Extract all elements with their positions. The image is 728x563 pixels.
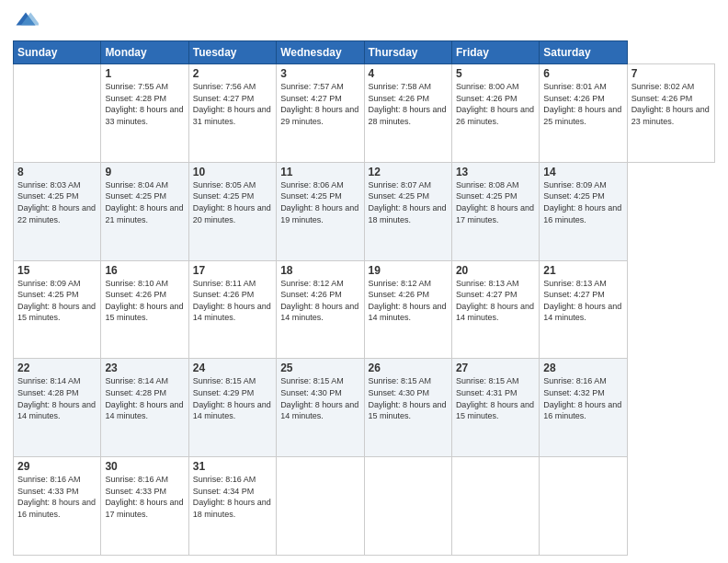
col-header-saturday: Saturday [540,41,627,64]
day-detail: Sunrise: 8:12 AMSunset: 4:26 PMDaylight:… [369,279,447,323]
day-cell-5: 5Sunrise: 8:00 AMSunset: 4:26 PMDaylight… [451,64,539,163]
day-detail: Sunrise: 8:13 AMSunset: 4:27 PMDaylight:… [543,279,621,323]
header [13,9,715,35]
day-number: 24 [193,362,272,374]
header-row: SundayMondayTuesdayWednesdayThursdayFrid… [14,41,715,64]
day-number: 10 [193,166,272,178]
logo-icon [13,9,39,35]
day-number: 20 [456,264,535,277]
col-header-friday: Friday [451,41,539,64]
day-cell-13: 13Sunrise: 8:08 AMSunset: 4:25 PMDayligh… [451,162,539,260]
day-cell-22: 22Sunrise: 8:14 AMSunset: 4:28 PMDayligh… [14,359,101,457]
day-number: 26 [369,362,448,374]
day-detail: Sunrise: 7:55 AMSunset: 4:28 PMDaylight:… [105,82,183,126]
day-detail: Sunrise: 8:05 AMSunset: 4:25 PMDaylight:… [193,180,271,224]
day-detail: Sunrise: 8:08 AMSunset: 4:25 PMDaylight:… [456,180,534,224]
col-header-monday: Monday [101,41,188,64]
day-number: 2 [193,67,272,80]
day-cell-12: 12Sunrise: 8:07 AMSunset: 4:25 PMDayligh… [364,162,451,260]
day-number: 18 [280,264,359,277]
day-number: 17 [193,264,272,277]
day-number: 25 [280,362,359,374]
day-number: 27 [456,362,535,374]
day-detail: Sunrise: 7:56 AMSunset: 4:27 PMDaylight:… [193,82,271,126]
day-detail: Sunrise: 8:16 AMSunset: 4:32 PMDaylight:… [543,376,621,420]
day-detail: Sunrise: 8:01 AMSunset: 4:26 PMDaylight:… [543,82,621,126]
week-row-3: 15Sunrise: 8:09 AMSunset: 4:25 PMDayligh… [14,260,715,359]
day-cell-7: 7Sunrise: 8:02 AMSunset: 4:26 PMDaylight… [627,64,714,163]
day-detail: Sunrise: 7:58 AMSunset: 4:26 PMDaylight:… [369,82,447,126]
day-cell-4: 4Sunrise: 7:58 AMSunset: 4:26 PMDaylight… [364,64,451,163]
day-detail: Sunrise: 8:03 AMSunset: 4:25 PMDaylight:… [17,180,96,224]
day-cell-17: 17Sunrise: 8:11 AMSunset: 4:26 PMDayligh… [188,260,276,359]
day-detail: Sunrise: 8:00 AMSunset: 4:26 PMDaylight:… [456,82,534,126]
day-number: 1 [105,67,184,80]
day-cell-11: 11Sunrise: 8:06 AMSunset: 4:25 PMDayligh… [277,162,364,260]
day-cell-30: 30Sunrise: 8:16 AMSunset: 4:33 PMDayligh… [101,457,188,556]
calendar-table: SundayMondayTuesdayWednesdayThursdayFrid… [13,40,715,556]
day-number: 6 [543,67,622,80]
day-number: 28 [543,362,622,374]
day-detail: Sunrise: 8:11 AMSunset: 4:26 PMDaylight:… [193,279,271,323]
day-detail: Sunrise: 8:13 AMSunset: 4:27 PMDaylight:… [456,279,534,323]
day-number: 31 [193,460,272,473]
day-number: 19 [369,264,448,277]
day-number: 30 [105,460,184,473]
day-cell-20: 20Sunrise: 8:13 AMSunset: 4:27 PMDayligh… [451,260,539,359]
day-cell-28: 28Sunrise: 8:16 AMSunset: 4:32 PMDayligh… [540,359,627,457]
empty-cell [14,64,101,163]
day-number: 14 [543,166,622,178]
day-number: 29 [17,460,97,473]
day-detail: Sunrise: 8:04 AMSunset: 4:25 PMDaylight:… [105,180,183,224]
day-cell-18: 18Sunrise: 8:12 AMSunset: 4:26 PMDayligh… [277,260,364,359]
day-cell-1: 1Sunrise: 7:55 AMSunset: 4:28 PMDaylight… [101,64,188,163]
day-number: 15 [17,264,97,277]
day-cell-23: 23Sunrise: 8:14 AMSunset: 4:28 PMDayligh… [101,359,188,457]
day-detail: Sunrise: 7:57 AMSunset: 4:27 PMDaylight:… [280,82,358,126]
week-row-1: 1Sunrise: 7:55 AMSunset: 4:28 PMDaylight… [14,64,715,163]
day-number: 16 [105,264,184,277]
day-detail: Sunrise: 8:15 AMSunset: 4:30 PMDaylight:… [280,376,358,420]
week-row-2: 8Sunrise: 8:03 AMSunset: 4:25 PMDaylight… [14,162,715,260]
day-detail: Sunrise: 8:15 AMSunset: 4:31 PMDaylight:… [456,376,534,420]
day-cell-14: 14Sunrise: 8:09 AMSunset: 4:25 PMDayligh… [540,162,627,260]
day-cell-21: 21Sunrise: 8:13 AMSunset: 4:27 PMDayligh… [540,260,627,359]
day-cell-15: 15Sunrise: 8:09 AMSunset: 4:25 PMDayligh… [14,260,101,359]
empty-cell [451,457,539,556]
day-number: 5 [456,67,535,80]
day-number: 9 [105,166,184,178]
day-cell-16: 16Sunrise: 8:10 AMSunset: 4:26 PMDayligh… [101,260,188,359]
empty-cell [277,457,364,556]
day-detail: Sunrise: 8:16 AMSunset: 4:34 PMDaylight:… [193,475,271,519]
day-detail: Sunrise: 8:15 AMSunset: 4:30 PMDaylight:… [369,376,447,420]
day-cell-3: 3Sunrise: 7:57 AMSunset: 4:27 PMDaylight… [277,64,364,163]
day-cell-26: 26Sunrise: 8:15 AMSunset: 4:30 PMDayligh… [364,359,451,457]
day-cell-8: 8Sunrise: 8:03 AMSunset: 4:25 PMDaylight… [14,162,101,260]
day-number: 3 [280,67,359,80]
col-header-tuesday: Tuesday [188,41,276,64]
day-cell-24: 24Sunrise: 8:15 AMSunset: 4:29 PMDayligh… [188,359,276,457]
page: SundayMondayTuesdayWednesdayThursdayFrid… [0,0,728,563]
empty-cell [364,457,451,556]
week-row-5: 29Sunrise: 8:16 AMSunset: 4:33 PMDayligh… [14,457,715,556]
day-detail: Sunrise: 8:15 AMSunset: 4:29 PMDaylight:… [193,376,271,420]
day-cell-9: 9Sunrise: 8:04 AMSunset: 4:25 PMDaylight… [101,162,188,260]
day-detail: Sunrise: 8:02 AMSunset: 4:26 PMDaylight:… [631,82,710,126]
day-detail: Sunrise: 8:10 AMSunset: 4:26 PMDaylight:… [105,279,183,323]
empty-cell [540,457,627,556]
day-detail: Sunrise: 8:16 AMSunset: 4:33 PMDaylight:… [17,475,96,519]
day-cell-19: 19Sunrise: 8:12 AMSunset: 4:26 PMDayligh… [364,260,451,359]
week-row-4: 22Sunrise: 8:14 AMSunset: 4:28 PMDayligh… [14,359,715,457]
day-detail: Sunrise: 8:16 AMSunset: 4:33 PMDaylight:… [105,475,183,519]
day-number: 21 [543,264,622,277]
day-detail: Sunrise: 8:09 AMSunset: 4:25 PMDaylight:… [543,180,621,224]
col-header-thursday: Thursday [364,41,451,64]
day-number: 4 [369,67,448,80]
logo [13,9,42,35]
day-cell-31: 31Sunrise: 8:16 AMSunset: 4:34 PMDayligh… [188,457,276,556]
day-detail: Sunrise: 8:07 AMSunset: 4:25 PMDaylight:… [369,180,447,224]
day-number: 13 [456,166,535,178]
day-cell-10: 10Sunrise: 8:05 AMSunset: 4:25 PMDayligh… [188,162,276,260]
day-detail: Sunrise: 8:14 AMSunset: 4:28 PMDaylight:… [17,376,96,420]
col-header-wednesday: Wednesday [277,41,364,64]
